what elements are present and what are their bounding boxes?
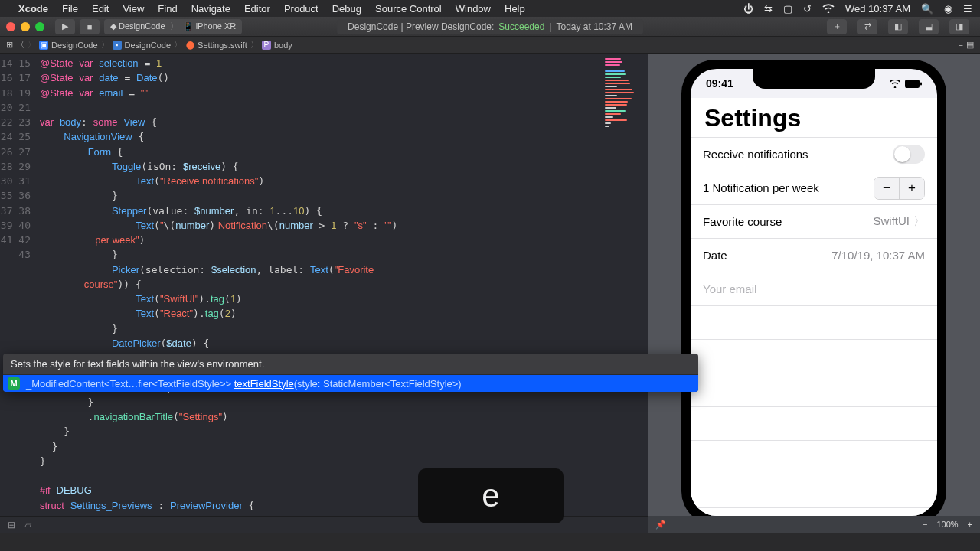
filter-icon[interactable]: ⊟ (8, 520, 15, 530)
stepper-plus[interactable]: + (900, 178, 924, 199)
menu-window[interactable]: Window (456, 3, 491, 15)
notification-center-icon[interactable]: ☰ (963, 3, 972, 15)
code-review-button[interactable]: ⇄ (858, 19, 877, 34)
code-editor[interactable]: 14 15 16 17 18 19 20 21 22 23 24 25 26 2… (0, 54, 648, 533)
method-badge-icon: M (8, 377, 20, 390)
adjust-editor-icon[interactable]: ▤ (966, 40, 974, 50)
zoom-level[interactable]: 100% (936, 520, 958, 529)
blank-row (691, 340, 937, 373)
autocomplete-popup: Sets the style for text fields within th… (3, 354, 698, 392)
blank-row (691, 407, 937, 441)
scheme-selector[interactable]: ◆ DesignCode 〉 📱 iPhone XR (104, 19, 242, 34)
keystroke-overlay: e (418, 468, 564, 523)
stop-button[interactable]: ■ (80, 19, 100, 34)
device-notch (753, 69, 875, 89)
spotlight-icon[interactable]: 🔍 (921, 3, 933, 15)
preview-footer: 📌 − 100% + (648, 516, 980, 533)
chevron-right-icon: 〉 (913, 214, 925, 227)
device-frame: 09:41 Settings Receive notifications 1 N… (681, 60, 946, 525)
close-window-button[interactable] (6, 22, 15, 31)
autocomplete-description: Sets the style for text fields within th… (3, 354, 698, 375)
back-button[interactable]: 〈 (16, 39, 24, 51)
receive-toggle[interactable] (893, 145, 925, 164)
blank-row (691, 373, 937, 407)
wifi-icon[interactable] (822, 4, 835, 13)
run-button[interactable]: ▶ (55, 19, 75, 34)
menu-product[interactable]: Product (284, 3, 318, 15)
xcode-toolbar: ▶ ■ ◆ DesignCode 〉 📱 iPhone XR DesignCod… (0, 17, 980, 37)
breadcrumb-folder[interactable]: ▪DesignCode (113, 41, 172, 50)
notification-stepper[interactable]: − + (874, 177, 925, 200)
blank-row (691, 441, 937, 474)
wifi-icon (889, 80, 901, 88)
menu-find[interactable]: Find (158, 3, 177, 15)
device-screen: 09:41 Settings Receive notifications 1 N… (691, 69, 937, 516)
autocomplete-item[interactable]: M _ModifiedContent<Text…fier<TextFieldSt… (3, 375, 698, 392)
battery-icon (905, 80, 922, 88)
preview-canvas[interactable]: 09:41 Settings Receive notifications 1 N… (648, 54, 980, 533)
siri-icon[interactable]: ◉ (944, 3, 952, 15)
breadcrumb-file[interactable]: ⬤Settings.swift (185, 41, 247, 50)
autocomplete-method: textFieldStyle (234, 378, 294, 390)
row-date[interactable]: Date 7/10/19, 10:37 AM (691, 239, 937, 272)
menu-help[interactable]: Help (505, 3, 525, 15)
blank-row (691, 508, 937, 516)
panel-left-button[interactable]: ◧ (888, 19, 908, 34)
breakpoint-icon[interactable]: ▱ (24, 520, 31, 530)
scheme-device: 📱 iPhone XR (183, 21, 237, 31)
pin-preview-icon[interactable]: 📌 (655, 520, 666, 530)
menu-source-control[interactable]: Source Control (375, 3, 442, 15)
line-gutter: 14 15 16 17 18 19 20 21 22 23 24 25 26 2… (0, 54, 37, 533)
panel-right-button[interactable]: ◨ (949, 19, 969, 34)
breadcrumb-project[interactable]: ▣DesignCode (39, 41, 98, 50)
blank-row (691, 306, 937, 340)
svg-rect-0 (905, 80, 920, 88)
zoom-out-button[interactable]: − (923, 520, 927, 529)
quick-actions-icon[interactable]: ⏻ (743, 3, 753, 15)
menu-editor[interactable]: Editor (244, 3, 270, 15)
blank-row (691, 474, 937, 508)
svg-rect-1 (920, 82, 922, 85)
window-traffic-lights (6, 22, 44, 31)
autocomplete-return-type: _ModifiedContent<Text…fier<TextFieldStyl… (26, 378, 231, 390)
menu-view[interactable]: View (122, 3, 144, 15)
zoom-window-button[interactable] (35, 22, 44, 31)
breadcrumb-symbol[interactable]: Pbody (262, 41, 292, 50)
menu-app[interactable]: Xcode (18, 3, 48, 15)
menubar-clock[interactable]: Wed 10:37 AM (845, 3, 910, 15)
autocomplete-params: (style: StaticMember<TextFieldStyle>) (294, 378, 462, 390)
minimize-window-button[interactable] (21, 22, 30, 31)
zoom-in-button[interactable]: + (968, 520, 972, 529)
activity-status: DesignCode | Preview DesignCode: Succeed… (337, 19, 643, 34)
macos-menubar: Xcode File Edit View Find Navigate Edito… (0, 0, 980, 17)
scheme-target: ◆ DesignCode (110, 21, 165, 31)
airplay-icon[interactable]: ▢ (783, 3, 792, 15)
related-items-icon[interactable]: ⊞ (6, 40, 13, 50)
row-receive: Receive notifications (691, 138, 937, 171)
forward-button[interactable]: 〉 (28, 39, 36, 51)
row-notifications: 1 Notification per week − + (691, 171, 937, 205)
editor-options-icon[interactable]: ≡ (959, 41, 963, 50)
row-email[interactable]: Your email (691, 272, 937, 306)
menu-edit[interactable]: Edit (92, 3, 109, 15)
panel-bottom-button[interactable]: ⬓ (919, 19, 939, 34)
statusbar-time: 09:41 (706, 77, 733, 90)
time-machine-icon[interactable]: ↺ (803, 3, 812, 15)
menu-debug[interactable]: Debug (332, 3, 361, 15)
row-favorite-course[interactable]: Favorite course SwiftUI〉 (691, 205, 937, 239)
sync-icon[interactable]: ⇆ (764, 3, 773, 15)
code-content[interactable]: @State var selection = 1 @State var date… (40, 56, 397, 513)
jump-bar: ⊞ 〈 〉 ▣DesignCode 〉 ▪DesignCode 〉 ⬤Setti… (0, 37, 980, 54)
library-button[interactable]: ＋ (827, 19, 847, 34)
minimap[interactable] (602, 54, 648, 207)
nav-title: Settings (691, 98, 937, 138)
stepper-minus[interactable]: − (874, 178, 899, 199)
menu-file[interactable]: File (62, 3, 78, 15)
menu-navigate[interactable]: Navigate (191, 3, 230, 15)
main-split: 14 15 16 17 18 19 20 21 22 23 24 25 26 2… (0, 54, 980, 533)
